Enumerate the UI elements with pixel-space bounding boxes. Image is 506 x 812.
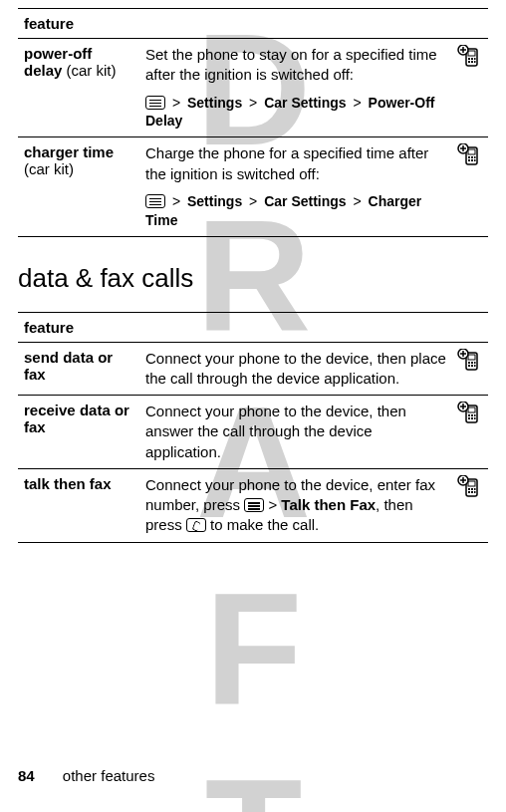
svg-rect-47 [471,488,473,490]
svg-rect-38 [468,417,470,419]
svg-rect-25 [471,362,473,364]
svg-rect-16 [468,159,470,161]
path-segment: Settings [187,95,242,111]
svg-rect-46 [468,488,470,490]
feature-bold: receive data or fax [24,402,129,435]
svg-rect-27 [468,365,470,367]
svg-rect-18 [474,159,476,161]
features-table-2: feature send data or fax Connect your ph… [18,312,488,543]
svg-rect-29 [474,365,476,367]
svg-rect-5 [468,61,470,63]
features-table-1: feature power-off delay (car kit) Set th… [18,8,488,237]
svg-rect-26 [474,362,476,364]
page-content: feature power-off delay (car kit) Set th… [18,8,488,543]
svg-rect-40 [474,417,476,419]
table-row: power-off delay (car kit) Set the phone … [18,39,488,137]
call-key-icon [186,518,206,532]
feature-desc: Connect your phone to the device, then a… [145,403,406,460]
svg-rect-51 [474,491,476,493]
device-plus-icon [456,143,484,167]
nav-path: > Settings > Car Settings > Charger Time [145,192,448,230]
path-segment: Settings [187,193,242,209]
feature-name-cell: power-off delay (car kit) [18,39,139,137]
device-plus-icon [456,402,484,425]
svg-rect-50 [471,491,473,493]
feature-name-cell: talk then fax [18,468,139,542]
section-heading: data & fax calls [18,263,488,294]
feature-rest: (car kit) [62,62,116,79]
svg-rect-14 [471,156,473,158]
svg-rect-6 [471,61,473,63]
feature-name-cell: charger time (car kit) [18,137,139,236]
feature-bold: send data or fax [24,349,113,383]
menu-key-icon [244,498,264,512]
device-plus-icon [456,475,484,499]
talk-then-fax-label: Talk then Fax [281,496,376,513]
table-row: talk then fax Connect your phone to the … [18,468,488,542]
feature-bold: charger time [24,143,114,160]
feature-bold: talk then fax [24,475,112,492]
svg-rect-28 [471,365,473,367]
svg-rect-49 [468,491,470,493]
feature-desc: Charge the phone for a specified time af… [145,144,428,181]
svg-rect-39 [471,417,473,419]
feature-name-cell: receive data or fax [18,396,139,469]
menu-key-icon [145,96,165,110]
path-segment: Car Settings [264,95,346,111]
feature-desc: Connect your phone to the device, then p… [145,350,446,387]
svg-rect-37 [474,414,476,416]
feature-desc-cell: Connect your phone to the device, then a… [139,396,488,469]
device-plus-icon [456,45,484,69]
svg-rect-36 [471,414,473,416]
svg-rect-2 [468,58,470,60]
table-row: send data or fax Connect your phone to t… [18,342,488,396]
feature-desc-post: to make the call. [206,516,319,533]
svg-rect-3 [471,58,473,60]
page-number: 84 [18,767,35,784]
svg-rect-13 [468,156,470,158]
svg-rect-48 [474,488,476,490]
svg-rect-17 [471,159,473,161]
table-row: receive data or fax Connect your phone t… [18,396,488,469]
svg-rect-4 [474,58,476,60]
svg-rect-15 [474,156,476,158]
device-plus-icon [456,349,484,373]
feature-desc-cell: Connect your phone to the device, enter … [139,468,488,542]
svg-rect-24 [468,362,470,364]
svg-rect-7 [474,61,476,63]
feature-desc-cell: Charge the phone for a specified time af… [139,137,488,236]
path-segment: Car Settings [264,193,346,209]
svg-rect-35 [468,414,470,416]
page-footer: 84 other features [18,767,154,784]
feature-desc-cell: Set the phone to stay on for a specified… [139,39,488,137]
feature-desc-cell: Connect your phone to the device, then p… [139,342,488,396]
nav-path: > Settings > Car Settings > Power-Off De… [145,94,448,132]
footer-section: other features [63,767,155,784]
table2-header: feature [18,312,488,342]
feature-rest: (car kit) [24,160,74,177]
menu-key-icon [145,194,165,208]
feature-desc: Set the phone to stay on for a specified… [145,46,437,83]
table1-header: feature [18,9,488,39]
feature-name-cell: send data or fax [18,342,139,396]
table-row: charger time (car kit) Charge the phone … [18,137,488,236]
